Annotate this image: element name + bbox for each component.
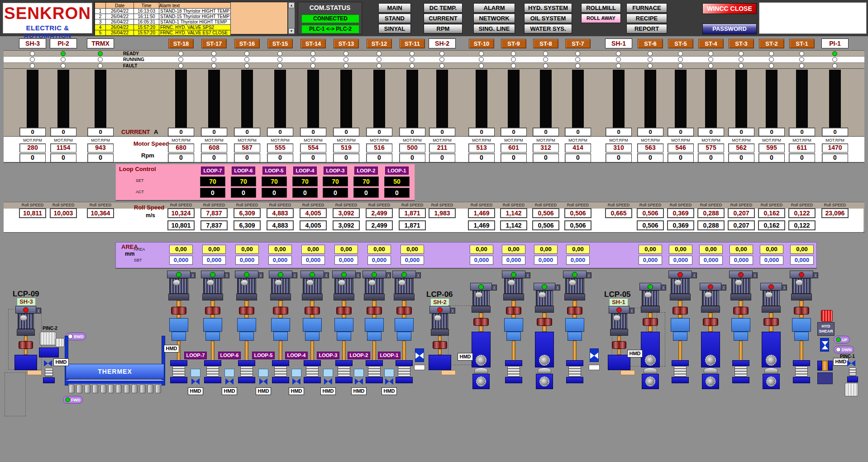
loop-set-LOOP-2[interactable]: 70 bbox=[353, 176, 379, 186]
station-header-PI-1[interactable]: PI-1 bbox=[821, 38, 849, 48]
roll-speed-set-TRMX[interactable]: 10,364 bbox=[87, 208, 114, 218]
station-header-ST-16[interactable]: ST-16 bbox=[234, 39, 260, 48]
station-header-ST-11[interactable]: ST-11 bbox=[400, 39, 425, 48]
nav-dc-temp-[interactable]: DC TEMP. bbox=[424, 3, 463, 13]
wincc-close-button[interactable]: WINCC CLOSE bbox=[702, 3, 757, 14]
area-value-ST-8[interactable]: 0,00 bbox=[534, 245, 558, 254]
station-header-ST-3[interactable]: ST-3 bbox=[729, 39, 754, 48]
station-header-ST-6[interactable]: ST-6 bbox=[638, 39, 663, 48]
nav-sinyal[interactable]: SINYAL bbox=[378, 24, 411, 33]
nav-sing-line[interactable]: SING. LINE bbox=[473, 24, 515, 33]
motor-rpm-set-TRMX[interactable]: 943 bbox=[87, 143, 114, 152]
roll-speed-set-SH-3[interactable]: 10,811 bbox=[19, 208, 46, 218]
motor-rpm-set-ST-8[interactable]: 312 bbox=[533, 143, 559, 152]
sbt-value-ST-17[interactable]: 0,000 bbox=[202, 256, 226, 265]
password-button[interactable]: PASSWORD bbox=[702, 24, 757, 34]
sbt-value-ST-11[interactable]: 0,000 bbox=[401, 256, 424, 265]
nav-current[interactable]: CURRENT bbox=[424, 14, 463, 23]
sbt-value-ST-15[interactable]: 0,000 bbox=[268, 256, 292, 265]
scroll-down-icon[interactable] bbox=[288, 28, 295, 34]
station-header-ST-4[interactable]: ST-4 bbox=[698, 39, 724, 48]
roll-speed-set-ST-4[interactable]: 0,288 bbox=[697, 208, 725, 218]
motor-rpm-set-ST-15[interactable]: 555 bbox=[267, 143, 293, 152]
roll-speed-set-ST-15[interactable]: 4,883 bbox=[267, 208, 294, 218]
nav-rollmill[interactable]: ROLLMILL bbox=[581, 3, 621, 13]
roll-speed-set-ST-2[interactable]: 0,162 bbox=[758, 208, 785, 218]
sbt-value-ST-9[interactable]: 0,000 bbox=[502, 256, 525, 265]
nav-network[interactable]: NETWORK bbox=[473, 14, 515, 23]
roll-speed-set-ST-7[interactable]: 0,506 bbox=[564, 208, 591, 218]
sbt-value-ST-1[interactable]: 0,000 bbox=[790, 256, 814, 265]
motor-rpm-set-SH-3[interactable]: 280 bbox=[19, 143, 46, 152]
shear-up-button[interactable]: UP bbox=[834, 336, 850, 343]
area-value-ST-11[interactable]: 0,00 bbox=[401, 245, 424, 254]
station-header-ST-15[interactable]: ST-15 bbox=[267, 39, 293, 48]
area-value-ST-10[interactable]: 0,00 bbox=[470, 245, 493, 254]
nav-main[interactable]: MAIN bbox=[378, 3, 411, 13]
station-header-ST-18[interactable]: ST-18 bbox=[168, 39, 194, 48]
station-header-SH-1[interactable]: SH-1 bbox=[605, 38, 632, 48]
sbt-value-ST-6[interactable]: 0,000 bbox=[639, 256, 662, 265]
alarm-row[interactable]: 426/04/2215:57:20FRNC. HYD. VALVE SPS2 bbox=[95, 25, 231, 30]
thermex-unit[interactable]: THERMEX bbox=[66, 364, 164, 379]
station-header-ST-13[interactable]: ST-13 bbox=[334, 39, 359, 48]
sbt-value-ST-12[interactable]: 0,000 bbox=[367, 256, 391, 265]
alarm-row[interactable]: 326/04/2216:05:31STAND-1 Thyristor HIGHT… bbox=[95, 19, 231, 25]
motor-rpm-set-ST-2[interactable]: 595 bbox=[758, 143, 785, 152]
roll-speed-set-PI-2[interactable]: 10,003 bbox=[50, 208, 77, 218]
roll-speed-set-ST-8[interactable]: 0,506 bbox=[532, 208, 559, 218]
roll-speed-set-ST-13[interactable]: 3,092 bbox=[333, 208, 360, 218]
loop-set-LOOP-3[interactable]: 70 bbox=[323, 176, 348, 186]
roll-speed-set-ST-9[interactable]: 1,142 bbox=[500, 208, 527, 218]
roll-speed-set-SH-2[interactable]: 1,983 bbox=[429, 208, 456, 218]
nav-report[interactable]: REPORT bbox=[626, 24, 667, 33]
station-header-ST-7[interactable]: ST-7 bbox=[565, 39, 591, 48]
area-value-ST-13[interactable]: 0,00 bbox=[334, 245, 358, 254]
scroll-up-icon[interactable] bbox=[288, 2, 295, 8]
area-value-ST-1[interactable]: 0,00 bbox=[790, 245, 814, 254]
loop-set-LOOP-1[interactable]: 50 bbox=[384, 176, 410, 186]
motor-rpm-set-PI-1[interactable]: 1470 bbox=[822, 143, 848, 152]
roll-speed-set-ST-11[interactable]: 1,871 bbox=[399, 208, 426, 218]
station-header-SH-3[interactable]: SH-3 bbox=[19, 38, 46, 48]
area-value-ST-6[interactable]: 0,00 bbox=[639, 245, 662, 254]
nav-roll-away[interactable]: ROLL AWAY bbox=[581, 14, 621, 23]
nav-water-sys-[interactable]: WATER SYS. bbox=[524, 24, 572, 33]
loop-set-LOOP-6[interactable]: 70 bbox=[231, 176, 256, 186]
roll-speed-set-ST-16[interactable]: 6,309 bbox=[234, 208, 261, 218]
area-value-ST-15[interactable]: 0,00 bbox=[268, 245, 292, 254]
sbt-value-ST-5[interactable]: 0,000 bbox=[669, 256, 692, 265]
station-header-ST-12[interactable]: ST-12 bbox=[367, 39, 392, 48]
roll-speed-set-ST-10[interactable]: 1,469 bbox=[468, 208, 495, 218]
alarm-row[interactable]: 126/04/2216:13:03STAND-18 Thyristor HIGH… bbox=[95, 9, 231, 14]
nav-stand[interactable]: STAND bbox=[378, 14, 411, 23]
area-value-ST-3[interactable]: 0,00 bbox=[730, 245, 753, 254]
station-header-ST-9[interactable]: ST-9 bbox=[501, 39, 526, 48]
alarm-row[interactable]: 526/04/2215:57:20FRNC. HYD. VALVE ES7 CL… bbox=[95, 30, 231, 36]
motor-rpm-set-ST-7[interactable]: 414 bbox=[565, 143, 591, 152]
roll-speed-set-ST-3[interactable]: 0,207 bbox=[728, 208, 755, 218]
motor-rpm-set-ST-12[interactable]: 516 bbox=[366, 143, 392, 152]
sbt-value-ST-10[interactable]: 0,000 bbox=[470, 256, 493, 265]
roll-speed-set-ST-17[interactable]: 7,837 bbox=[200, 208, 228, 218]
roll-speed-set-PI-1[interactable]: 23,096 bbox=[821, 208, 849, 218]
motor-rpm-set-SH-2[interactable]: 211 bbox=[429, 143, 455, 152]
alarm-row[interactable]: 226/04/2216:11:50STAND-15 Thyristor HIGH… bbox=[95, 14, 231, 19]
station-header-ST-10[interactable]: ST-10 bbox=[469, 39, 494, 48]
motor-rpm-set-ST-9[interactable]: 601 bbox=[501, 143, 527, 152]
roll-speed-set-ST-5[interactable]: 0,369 bbox=[667, 208, 694, 218]
roll-speed-set-SH-1[interactable]: 0,665 bbox=[605, 208, 632, 218]
station-header-SH-2[interactable]: SH-2 bbox=[429, 38, 456, 48]
alarm-scrollbar[interactable] bbox=[288, 2, 295, 34]
motor-rpm-set-ST-3[interactable]: 562 bbox=[728, 143, 754, 152]
sbt-value-ST-3[interactable]: 0,000 bbox=[730, 256, 753, 265]
motor-rpm-set-ST-5[interactable]: 546 bbox=[668, 143, 694, 152]
area-value-ST-7[interactable]: 0,00 bbox=[566, 245, 590, 254]
motor-rpm-set-PI-2[interactable]: 1154 bbox=[50, 143, 76, 152]
roll-speed-set-ST-18[interactable]: 10,324 bbox=[167, 208, 195, 218]
station-header-PI-2[interactable]: PI-2 bbox=[50, 38, 77, 48]
station-header-ST-14[interactable]: ST-14 bbox=[300, 39, 326, 48]
roll-speed-set-ST-6[interactable]: 0,506 bbox=[637, 208, 664, 218]
area-value-ST-2[interactable]: 0,00 bbox=[760, 245, 783, 254]
loop-set-LOOP-5[interactable]: 70 bbox=[262, 176, 287, 186]
